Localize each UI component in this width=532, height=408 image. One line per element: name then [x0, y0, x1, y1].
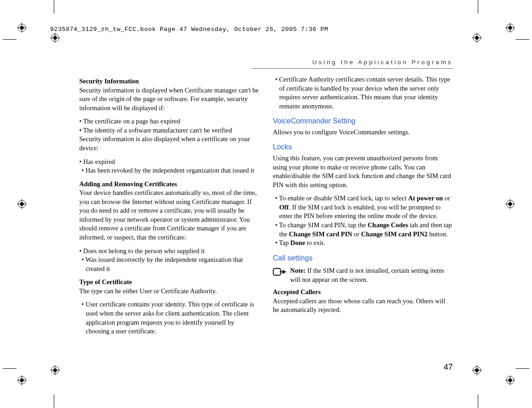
body-text: • The identity of a software manufacture… [79, 126, 259, 135]
body-text: • Does not belong to the person who supp… [79, 247, 259, 256]
body-text: Using this feature, you can prevent unau… [273, 154, 453, 189]
body-text: The type can be either User or Certifica… [79, 287, 259, 296]
running-head: Using the Application Programs [312, 58, 453, 66]
body-text: • Has been revoked by the independent or… [79, 166, 259, 175]
body-text: • Was issued incorrectly by the independ… [79, 255, 259, 273]
registration-mark-icon [17, 23, 27, 33]
header-rule [251, 68, 453, 69]
body-text: • User certificate contains your identit… [79, 300, 259, 336]
body-text: Security information is displayed when C… [79, 86, 259, 113]
body-text: • Tap Done to exit. [273, 239, 453, 248]
type-cert-heading: Type of Certificate [79, 278, 259, 287]
body-text: Accepted callers are those whose calls c… [273, 297, 453, 315]
body-text: Your device handles certificates automat… [79, 189, 259, 242]
note-callout: Note: If the SIM card is not installed, … [273, 266, 453, 284]
note-text: Note: If the SIM card is not installed, … [290, 266, 453, 284]
body-text: Security information is also displayed w… [79, 135, 259, 153]
note-arrow-icon [273, 267, 286, 278]
body-text: • The certificate on a page has expired [79, 117, 259, 126]
body-text: • To enable or disable SIM card lock, ta… [273, 194, 453, 221]
locks-heading: Locks [273, 142, 453, 152]
body-text: • Certificate Authority certificates con… [273, 75, 453, 111]
page-number: 47 [444, 362, 453, 372]
add-remove-heading: Adding and Removing Certificates [79, 180, 259, 189]
security-info-heading: Security Information [79, 77, 259, 86]
voicecommander-heading: VoiceCommander Setting [273, 116, 453, 126]
registration-mark-icon [505, 199, 515, 209]
body-text: • Has expired [79, 158, 259, 167]
registration-mark-icon [505, 375, 515, 385]
body-text: • To change SIM card PIN, tap the Change… [273, 221, 453, 239]
body-text: Allows you to configure VoiceCommander s… [273, 128, 453, 137]
call-settings-heading: Call settings [273, 253, 453, 263]
registration-mark-icon [17, 199, 27, 209]
registration-mark-icon [505, 23, 515, 33]
right-column: • Certificate Authority certificates con… [273, 75, 453, 362]
registration-mark-icon [17, 375, 27, 385]
left-column: Security Information Security informatio… [79, 75, 259, 362]
accepted-callers-heading: Accepted Callers [273, 288, 453, 297]
framemaker-header: 9235874_3129_zh_tw_FCC.book Page 47 Wedn… [50, 26, 328, 34]
page-content: Security Information Security informatio… [79, 75, 453, 362]
